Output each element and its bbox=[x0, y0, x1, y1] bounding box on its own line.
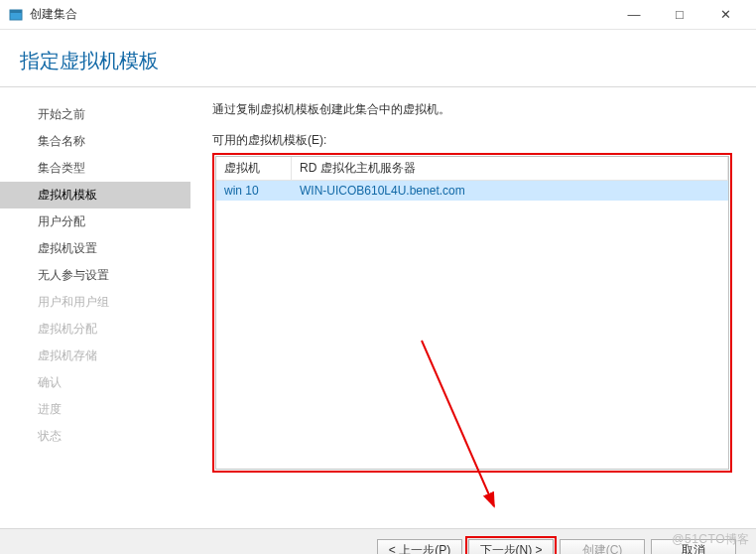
cell-host: WIN-UICOB610L4U.benet.com bbox=[292, 184, 728, 198]
next-button[interactable]: 下一步(N) > bbox=[468, 539, 554, 554]
watermark: @51CTO博客 bbox=[672, 531, 750, 548]
instruction-text: 通过复制虚拟机模板创建此集合中的虚拟机。 bbox=[212, 101, 732, 118]
column-host[interactable]: RD 虚拟化主机服务器 bbox=[292, 157, 728, 180]
wizard-footer: < 上一步(P) 下一步(N) > 创建(C) 取消 bbox=[0, 528, 756, 554]
sidebar-item-10: 确认 bbox=[0, 369, 190, 396]
window-title: 创建集合 bbox=[30, 6, 611, 23]
sidebar-item-2[interactable]: 集合类型 bbox=[0, 155, 190, 182]
window-controls: — □ ✕ bbox=[611, 0, 748, 30]
sidebar-item-0[interactable]: 开始之前 bbox=[0, 101, 190, 128]
list-label: 可用的虚拟机模板(E): bbox=[212, 132, 732, 149]
minimize-button[interactable]: — bbox=[611, 0, 657, 30]
main-panel: 通过复制虚拟机模板创建此集合中的虚拟机。 可用的虚拟机模板(E): 虚拟机 RD… bbox=[190, 87, 756, 528]
previous-button[interactable]: < 上一步(P) bbox=[377, 539, 462, 554]
app-icon bbox=[8, 7, 24, 23]
sidebar-item-11: 进度 bbox=[0, 396, 190, 423]
template-list-highlight: 虚拟机 RD 虚拟化主机服务器 win 10WIN-UICOB610L4U.be… bbox=[212, 153, 732, 473]
sidebar-item-9: 虚拟机存储 bbox=[0, 343, 190, 369]
sidebar-item-5[interactable]: 虚拟机设置 bbox=[0, 235, 190, 262]
sidebar-item-12: 状态 bbox=[0, 423, 190, 450]
maximize-button[interactable]: □ bbox=[657, 0, 702, 30]
wizard-sidebar: 开始之前集合名称集合类型虚拟机模板用户分配虚拟机设置无人参与设置用户和用户组虚拟… bbox=[0, 87, 190, 528]
create-button: 创建(C) bbox=[560, 539, 645, 554]
template-listbox[interactable]: 虚拟机 RD 虚拟化主机服务器 win 10WIN-UICOB610L4U.be… bbox=[215, 156, 729, 470]
sidebar-item-4[interactable]: 用户分配 bbox=[0, 208, 190, 235]
cell-vm: win 10 bbox=[216, 184, 292, 198]
close-button[interactable]: ✕ bbox=[702, 0, 748, 30]
page-title: 指定虚拟机模板 bbox=[0, 30, 756, 87]
sidebar-item-7: 用户和用户组 bbox=[0, 289, 190, 316]
sidebar-item-1[interactable]: 集合名称 bbox=[0, 128, 190, 155]
list-row[interactable]: win 10WIN-UICOB610L4U.benet.com bbox=[216, 181, 728, 201]
sidebar-item-8: 虚拟机分配 bbox=[0, 316, 190, 343]
sidebar-item-3[interactable]: 虚拟机模板 bbox=[0, 182, 190, 208]
wizard-body: 开始之前集合名称集合类型虚拟机模板用户分配虚拟机设置无人参与设置用户和用户组虚拟… bbox=[0, 87, 756, 528]
list-header: 虚拟机 RD 虚拟化主机服务器 bbox=[216, 157, 728, 181]
svg-rect-1 bbox=[10, 10, 22, 13]
column-vm[interactable]: 虚拟机 bbox=[216, 157, 292, 180]
titlebar: 创建集合 — □ ✕ bbox=[0, 0, 756, 30]
sidebar-item-6[interactable]: 无人参与设置 bbox=[0, 262, 190, 289]
